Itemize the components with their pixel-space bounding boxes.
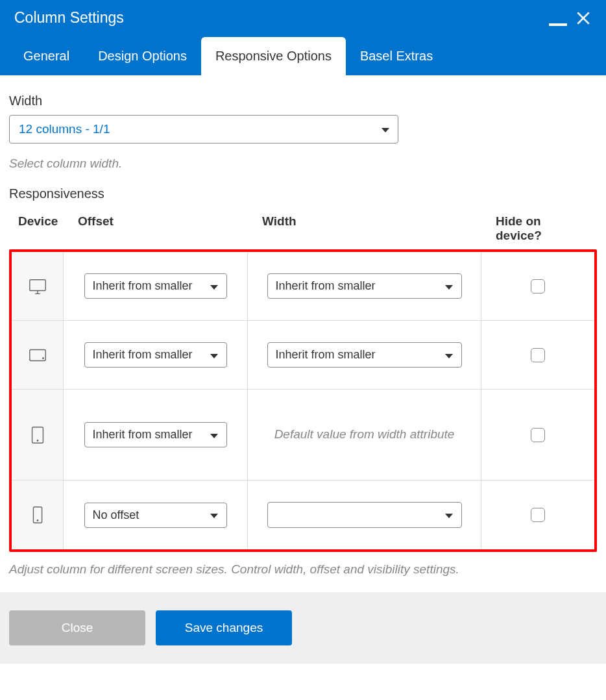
offset-select[interactable]: Inherit from smaller <box>84 422 227 447</box>
svg-point-6 <box>42 357 43 358</box>
tab-design-options[interactable]: Design Options <box>84 37 201 75</box>
header-width: Width <box>262 214 496 243</box>
dialog-header: Column Settings General Design Options R… <box>0 0 606 75</box>
width-helper: Select column width. <box>9 156 597 171</box>
offset-select[interactable]: No offset <box>84 503 227 528</box>
width-select-row[interactable] <box>267 502 462 528</box>
minimize-button[interactable] <box>549 17 567 19</box>
header-offset: Offset <box>78 214 262 243</box>
width-select-row[interactable]: Inherit from smaller <box>267 342 462 368</box>
width-select[interactable]: 12 columns - 1/1 <box>9 115 398 144</box>
hide-checkbox[interactable] <box>531 348 545 362</box>
table-row: Inherit from smaller Inherit from smalle… <box>12 252 594 321</box>
svg-point-8 <box>37 440 38 441</box>
table-row: No offset <box>12 481 594 549</box>
width-select-row[interactable]: Inherit from smaller <box>267 273 462 299</box>
header-hide: Hide on device? <box>496 214 580 243</box>
close-button-footer[interactable]: Close <box>9 610 145 645</box>
svg-point-10 <box>37 520 38 521</box>
phone-icon <box>28 505 47 525</box>
tab-basel-extras[interactable]: Basel Extras <box>346 37 447 75</box>
save-button[interactable]: Save changes <box>156 610 292 645</box>
width-default-text: Default value from width attribute <box>255 425 474 444</box>
tablet-portrait-icon <box>28 425 47 445</box>
responsiveness-table: Inherit from smaller Inherit from smalle… <box>9 249 597 552</box>
tab-general[interactable]: General <box>9 37 84 75</box>
responsiveness-helper: Adjust column for different screen sizes… <box>9 562 597 577</box>
tab-responsive-options[interactable]: Responsive Options <box>201 37 346 75</box>
offset-select[interactable]: Inherit from smaller <box>84 273 227 299</box>
header-device: Device <box>18 214 78 243</box>
width-label: Width <box>9 94 597 108</box>
tablet-landscape-icon <box>28 345 47 365</box>
desktop-icon <box>28 277 47 296</box>
dialog-title: Column Settings <box>14 9 124 27</box>
offset-select[interactable]: Inherit from smaller <box>84 342 227 368</box>
dialog-footer: Close Save changes <box>0 592 606 664</box>
hide-checkbox[interactable] <box>531 279 545 294</box>
responsiveness-label: Responsiveness <box>9 186 597 201</box>
hide-checkbox[interactable] <box>531 508 545 522</box>
close-button[interactable] <box>575 10 592 27</box>
svg-rect-2 <box>29 279 45 290</box>
hide-checkbox[interactable] <box>531 428 545 442</box>
table-row: Inherit from smaller Default value from … <box>12 390 594 481</box>
table-row: Inherit from smaller Inherit from smalle… <box>12 321 594 390</box>
tab-bar: General Design Options Responsive Option… <box>0 31 606 75</box>
